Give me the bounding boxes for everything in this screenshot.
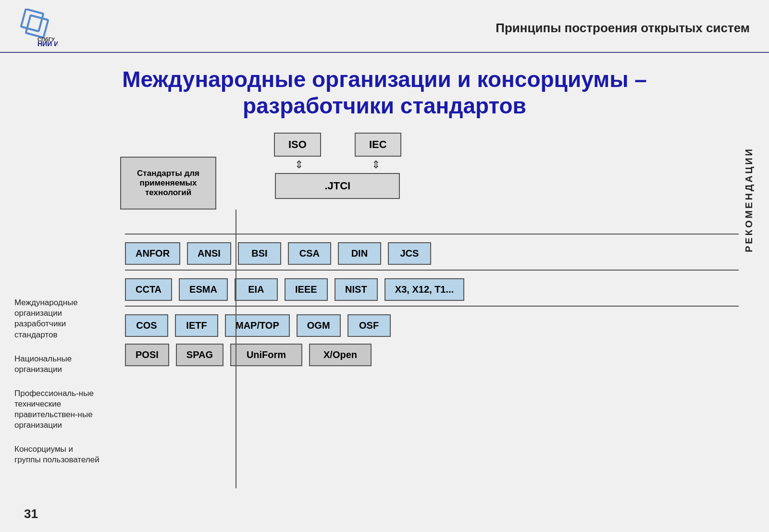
box-din: DIN xyxy=(338,242,381,265)
box-posi: POSI xyxy=(125,344,169,366)
vertical-line xyxy=(236,210,236,488)
box-ieee: IEEE xyxy=(285,278,328,301)
left-label-1: Национальные организации xyxy=(14,354,101,375)
arrows: ⇕ ⇕ xyxy=(277,159,397,171)
box-ogm: OGM xyxy=(297,314,341,337)
box-row-1: CCTA ESMA EIA IEEE NIST X3, X12, T1... xyxy=(125,273,739,306)
box-uniform: UniForm xyxy=(230,344,302,366)
hline-2 xyxy=(125,306,739,307)
top-section: Стандарты для применяемых технологий ISO… xyxy=(101,128,739,234)
header: СПбГУ НИИ ИТ Принципы построения открыты… xyxy=(0,0,769,53)
box-cos: COS xyxy=(125,314,168,337)
box-maptop: MAP/TOP xyxy=(225,314,290,337)
box-ansi: ANSI xyxy=(187,242,231,265)
box-x3: X3, X12, T1... xyxy=(384,278,464,301)
iec-box: IEC xyxy=(355,133,401,157)
svg-rect-1 xyxy=(26,15,49,38)
box-row-0: ANFOR ANSI BSI CSA DIN JCS xyxy=(125,237,739,270)
box-bsi: BSI xyxy=(238,242,281,265)
box-ietf: IETF xyxy=(175,314,218,337)
hline-0 xyxy=(125,234,739,235)
header-title: Принципы построения открытых систем xyxy=(496,21,750,36)
standards-box: Стандарты для применяемых технологий xyxy=(120,157,216,210)
svg-text:НИИ ИТ: НИИ ИТ xyxy=(37,40,58,47)
iso-iec-row: ISO IEC xyxy=(274,133,401,157)
content-area: Международные организации разработчики с… xyxy=(0,128,769,493)
box-eia: EIA xyxy=(235,278,278,301)
box-nist: NIST xyxy=(335,278,378,301)
title-line1: Международные организации и консорциумы … xyxy=(29,66,740,93)
page-number: 31 xyxy=(24,507,38,521)
iso-iec-area: ISO IEC ⇕ ⇕ .JTCI xyxy=(274,133,401,199)
box-csa: CSA xyxy=(288,242,331,265)
box-spag: SPAG xyxy=(176,344,223,366)
slide: СПбГУ НИИ ИТ Принципы построения открыты… xyxy=(0,0,769,532)
left-label-2: Профессиональ-ные технические правительс… xyxy=(14,388,101,431)
right-label-rekomendacii: РЕКОМЕНДАЦИИ xyxy=(744,128,755,493)
box-xopen: X/Open xyxy=(309,344,372,366)
box-jcs: JCS xyxy=(388,242,431,265)
left-label-3: Консорциумы и группы пользователей xyxy=(14,444,101,465)
box-esma: ESMA xyxy=(179,278,228,301)
logo-icon: СПбГУ НИИ ИТ xyxy=(14,9,58,47)
logo-area: СПбГУ НИИ ИТ xyxy=(14,9,58,47)
main-title: Международные организации и консорциумы … xyxy=(0,53,769,128)
iso-box: ISO xyxy=(274,133,321,157)
box-ccta: CCTA xyxy=(125,278,172,301)
rows-area: ANFOR ANSI BSI CSA DIN JCS CCTA ESMA EIA… xyxy=(125,234,739,371)
box-row-3: POSI SPAG UniForm X/Open xyxy=(125,342,739,371)
arrow-iso: ⇕ xyxy=(277,159,321,171)
title-line2: разработчики стандартов xyxy=(29,93,740,119)
jtci-box: .JTCI xyxy=(275,173,400,199)
hline-1 xyxy=(125,270,739,271)
left-labels: Международные организации разработчики с… xyxy=(14,128,101,493)
svg-rect-0 xyxy=(21,9,44,32)
box-anfor: ANFOR xyxy=(125,242,180,265)
box-row-2: COS IETF MAP/TOP OGM OSF xyxy=(125,309,739,342)
arrow-iec: ⇕ xyxy=(354,159,397,171)
box-osf: OSF xyxy=(347,314,391,337)
left-label-0: Международные организации разработчики с… xyxy=(14,297,101,340)
diagram: Стандарты для применяемых технологий ISO… xyxy=(101,128,739,493)
